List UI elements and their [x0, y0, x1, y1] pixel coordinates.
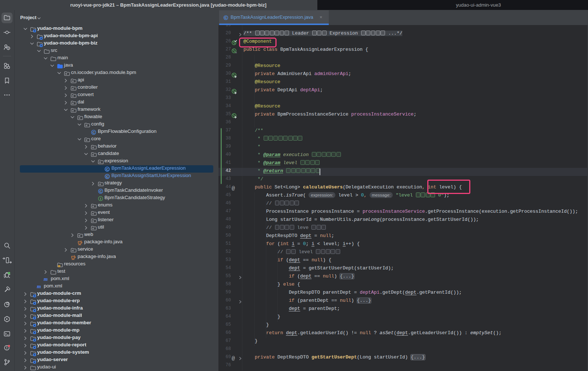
- svg-text:C: C: [92, 131, 95, 134]
- svg-text:?: ?: [8, 47, 10, 50]
- svg-text:I: I: [100, 197, 101, 201]
- svg-text:C: C: [225, 16, 227, 20]
- svg-text:C: C: [106, 167, 108, 171]
- svg-text:C: C: [99, 190, 102, 193]
- svg-text:C: C: [106, 175, 108, 179]
